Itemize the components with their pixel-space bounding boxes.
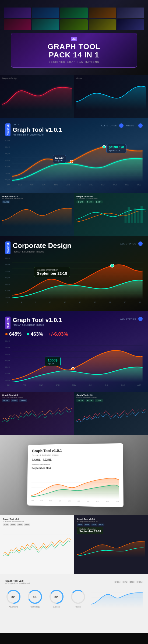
mini-sub-purple-1: Free Art & Illustration Images bbox=[2, 396, 23, 398]
hero-section: Ae GRAPH TOOL PACK 14 IN 1 DESIGNER GRAP… bbox=[0, 0, 148, 75]
svg-point-6 bbox=[70, 160, 73, 163]
x-jul: JUL bbox=[78, 184, 81, 186]
y-label-1-3: $5,000 bbox=[5, 153, 10, 155]
stat-badge-teal-1: 6.42% bbox=[76, 200, 84, 203]
callout-aug-date: Aug 20 bbox=[55, 159, 64, 162]
corp-x-13: 13 bbox=[64, 301, 66, 303]
corp-y-6: $2,000 bbox=[5, 290, 10, 291]
y-label-1-7: $1,000 bbox=[5, 179, 10, 181]
revenue-label-1: REVENUE bbox=[5, 123, 10, 136]
white-stat-1: 6.42%L bbox=[31, 458, 40, 461]
wave-preview-1 bbox=[2, 80, 72, 116]
gauge-label-1: Advertising bbox=[9, 606, 18, 608]
panel-graph: Graph bbox=[74, 75, 148, 118]
corp-stat-title: Statistic information bbox=[37, 269, 67, 271]
corp-y-1: $7,000 bbox=[5, 257, 10, 259]
mini-sub-teal-1: AE template on videohive.net bbox=[76, 198, 97, 199]
mini-title-text-1: Graph Tool v2.0 bbox=[2, 195, 23, 198]
hero-title-box: Ae GRAPH TOOL PACK 14 IN 1 DESIGNER GRAP… bbox=[11, 33, 137, 68]
y-label-1-2: $6,000 bbox=[5, 146, 10, 148]
s10-badges: 645% 440% 340% 540% bbox=[114, 581, 143, 583]
pct-val-2: 463% bbox=[31, 331, 43, 337]
corp-y-3: $5,000 bbox=[5, 270, 10, 272]
corp-subtitle: Free Art & Illustration Images bbox=[13, 250, 71, 253]
s10-title: Graph Tool v2.0 bbox=[5, 580, 30, 582]
corp-x-16: 16 bbox=[79, 301, 81, 303]
sb-p1: 645% bbox=[2, 399, 10, 402]
white-stat-date: September 30 4 bbox=[31, 466, 119, 470]
x-nov: NOV bbox=[125, 184, 129, 186]
gt2-title-area: Graph Tool v1.0.1 Free Art & Illustratio… bbox=[13, 317, 62, 326]
gauge-business: 32. Business bbox=[48, 589, 65, 608]
corp-x-4: 4 bbox=[21, 301, 22, 303]
stat-badges-1: $100S bbox=[2, 200, 72, 203]
gauge-label-2: Technology bbox=[30, 606, 40, 608]
gt2-controls: ALL STORES bbox=[120, 317, 143, 321]
callout-april-date: April 22-18 bbox=[109, 149, 124, 152]
sb-n1: 6.42% bbox=[76, 399, 84, 402]
gt2-left: REVENUE Graph Tool v1.0.1 Free Art & Ill… bbox=[5, 317, 62, 329]
thumb-5 bbox=[117, 8, 144, 18]
dark-badges-2: 645% 442% 342% 542% bbox=[77, 524, 145, 526]
august-dot-1[interactable] bbox=[138, 123, 143, 128]
panel-dark-2: Graph Tool v1.0.1 AE template on videohi… bbox=[74, 515, 148, 574]
hero-subtitle: DESIGNER GRAPH ANIMATIONS bbox=[49, 61, 100, 63]
mini-chart-teal-1 bbox=[76, 204, 146, 223]
corp-all-stores-dot[interactable] bbox=[138, 241, 143, 246]
white-card-title: Graph Tool v1.0.1 bbox=[32, 448, 118, 453]
white-x-axis: JAN FEB MAR APR MAY JUN JUL AUG ARP OCT bbox=[31, 500, 119, 503]
sb-n2: 3.42% bbox=[86, 399, 94, 402]
pct-val-1: 645% bbox=[9, 331, 22, 337]
graph-title-1: Graph Tool v1.0.1 bbox=[13, 126, 62, 133]
all-stores-dot-1[interactable] bbox=[119, 123, 124, 128]
db-1: 645% bbox=[77, 524, 83, 526]
chart-plot-1: $2039 Aug 20 $4598 / 20 April 22-18 bbox=[12, 139, 143, 183]
corp-x-10: 10 bbox=[49, 301, 51, 303]
white-card-sub: Free Art & Illustration Images bbox=[32, 453, 119, 456]
corp-chart-plot: Statistic information September 22-18 bbox=[12, 256, 143, 300]
corp-y-7: $1,000 bbox=[5, 297, 10, 298]
svg-point-27 bbox=[72, 367, 75, 370]
corp-revenue-label: REVENUE bbox=[5, 241, 10, 254]
graph-controls-1: ALL STORES AUGUST bbox=[101, 123, 143, 128]
sb-p3: 540% bbox=[19, 399, 27, 402]
db-4: 542% bbox=[98, 524, 104, 526]
mini-sub-1: AE template on videohive.net bbox=[2, 198, 23, 199]
x-dec: DEC bbox=[137, 184, 141, 186]
s10-subtitle: AE template on videohive.net bbox=[5, 582, 30, 584]
ae-badge: Ae bbox=[71, 37, 77, 41]
thumb-8 bbox=[60, 19, 87, 30]
gt2-dot[interactable] bbox=[138, 317, 143, 321]
gauge-finance: Finance bbox=[70, 589, 86, 608]
mini-header-blue-1: Graph Tool v2.0 AE template on videohive… bbox=[2, 195, 72, 199]
corp-y-4: $4,000 bbox=[5, 277, 10, 279]
mini-title-navy-1: Graph Tool v2.0 Free Art & Illustration … bbox=[76, 394, 97, 398]
thumb-6 bbox=[4, 19, 31, 30]
y-label-1-1: $7,000 bbox=[5, 140, 10, 141]
gauge-label-3: Business bbox=[53, 606, 60, 608]
svg-rect-8 bbox=[125, 210, 127, 223]
gauge-svg-3: 32. bbox=[48, 589, 65, 605]
lb-1: 645% bbox=[3, 524, 9, 526]
x-oct: OCT bbox=[113, 184, 117, 186]
gt2-callout-val: 1000$ bbox=[48, 358, 57, 362]
units-label-1: UNITS bbox=[13, 123, 62, 126]
corp-x-19: 19 bbox=[94, 301, 96, 303]
stat-badge-teal-2: 4.42% bbox=[86, 200, 94, 203]
mini-header-purple-1: Graph Tool v2.0 Free Art & Illustration … bbox=[2, 394, 72, 398]
gauge-svg-2: 69. bbox=[27, 589, 43, 605]
circles-row: 32. Advertising 69. Technology 32. Busin… bbox=[5, 587, 143, 609]
corp-all-stores: ALL STORES bbox=[120, 243, 136, 245]
x-mar: MAR bbox=[30, 184, 34, 186]
stat-badges-navy-1: 6.42% 3.42% 5.42% bbox=[76, 399, 146, 402]
graph-header-1: REVENUE UNITS Graph Tool v1.0.1 AE templ… bbox=[5, 123, 143, 136]
light-panels-section: Graph Tool v2.0 AE template on videohive… bbox=[0, 515, 148, 574]
lb-4: 540% bbox=[24, 524, 30, 526]
corp-y-axis: $7,000 $6,000 $5,000 $4,000 $3,000 $2,00… bbox=[5, 256, 10, 299]
sb-p2: 440% bbox=[11, 399, 18, 402]
small-panels-1: Graph Tool v2.0 AE template on videohive… bbox=[0, 193, 148, 236]
panel-corporate-title: Corporate/Design bbox=[2, 77, 72, 79]
corporate-design-section: REVENUE Corporate Design Free Art & Illu… bbox=[0, 236, 148, 311]
dark-title-2: Graph Tool v1.0.1 bbox=[77, 518, 145, 520]
svg-rect-12 bbox=[137, 211, 139, 223]
